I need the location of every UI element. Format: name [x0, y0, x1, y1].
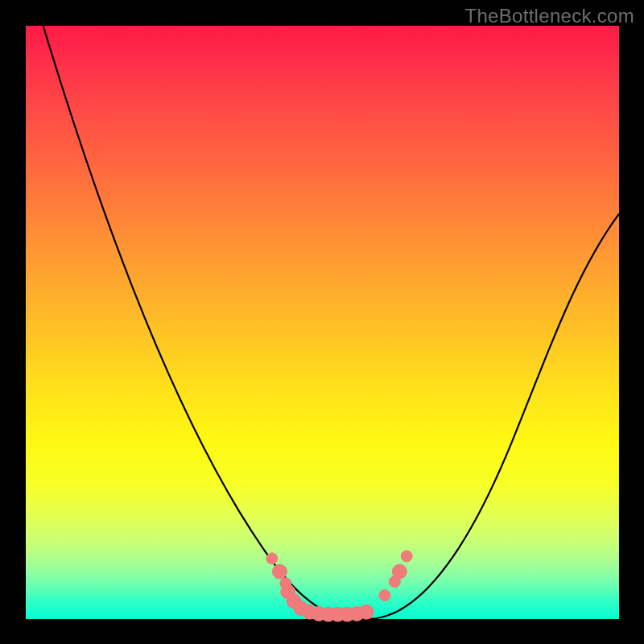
- plot-area: [26, 26, 619, 619]
- data-marker: [266, 553, 278, 564]
- bottleneck-curve: [26, 26, 619, 619]
- data-marker: [401, 551, 412, 562]
- watermark-text: TheBottleneck.com: [464, 5, 634, 27]
- data-marker: [379, 590, 390, 601]
- data-marker: [392, 564, 407, 579]
- curve-path: [26, 0, 619, 619]
- data-marker: [272, 564, 287, 579]
- chart-frame: TheBottleneck.com: [0, 0, 644, 644]
- data-marker: [359, 605, 374, 619]
